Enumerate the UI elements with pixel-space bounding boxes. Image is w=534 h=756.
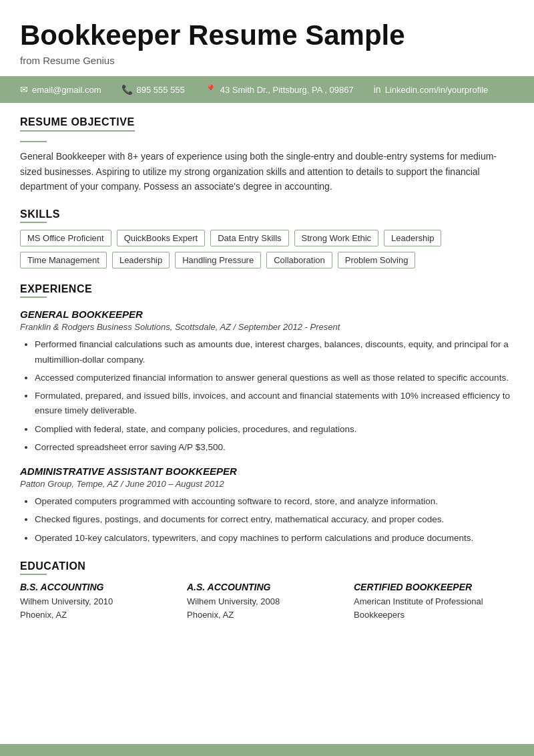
footer-bar — [0, 744, 534, 756]
job-details: Patton Group, Tempe, AZ / June 2010 – Au… — [20, 479, 514, 489]
page-wrapper: Bookkeeper Resume Sample from Resume Gen… — [0, 0, 534, 756]
phone-value: 895 555 555 — [137, 85, 185, 95]
linkedin-icon: in — [374, 84, 381, 95]
education-section: EDUCATION B.S. ACCOUNTINGWilhem Universi… — [20, 560, 514, 621]
skill-tag: MS Office Proficient — [20, 230, 111, 246]
skill-tag: QuickBooks Expert — [117, 230, 206, 246]
job-bullets: Operated computers programmed with accou… — [20, 494, 514, 546]
job-bullet: Operated computers programmed with accou… — [35, 494, 514, 509]
skills-title: SKILLS — [20, 208, 514, 220]
skills-section: SKILLS MS Office ProficientQuickBooks Ex… — [20, 208, 514, 268]
edu-item: CERTIFIED BOOKKEEPERAmerican Institute o… — [354, 582, 514, 621]
edu-detail: Wilhem University, 2008 — [187, 595, 347, 608]
education-grid: B.S. ACCOUNTINGWilhem University, 2010Ph… — [20, 582, 514, 621]
job-bullet: Checked figures, postings, and documents… — [35, 512, 514, 527]
edu-item: B.S. ACCOUNTINGWilhem University, 2010Ph… — [20, 582, 180, 621]
page-subtitle: from Resume Genius — [20, 55, 514, 66]
skill-tag: Time Management — [20, 252, 107, 268]
experience-divider — [20, 297, 47, 298]
edu-detail: Wilhem University, 2010 — [20, 595, 180, 608]
contact-linkedin: in Linkedin.com/in/yourprofile — [374, 84, 489, 95]
job-title: GENERAL BOOKKEEPER — [20, 309, 514, 320]
email-value: email@gmail.com — [32, 85, 101, 95]
experience-title: EXPERIENCE — [20, 283, 514, 295]
contact-address: 📍 43 Smith Dr., Pittsburg, PA , 09867 — [205, 84, 354, 95]
resume-body: RESUME OBJECTIVE General Bookkeeper with… — [0, 103, 534, 656]
job-item: GENERAL BOOKKEEPERFranklin & Rodgers Bus… — [20, 309, 514, 455]
page-title: Bookkeeper Resume Sample — [20, 20, 514, 51]
job-title: ADMINISTRATIVE ASSISTANT BOOKKEEPER — [20, 465, 514, 477]
page-header: Bookkeeper Resume Sample from Resume Gen… — [0, 0, 534, 76]
skill-tag: Leadership — [112, 252, 170, 268]
address-value: 43 Smith Dr., Pittsburg, PA , 09867 — [220, 85, 354, 95]
experience-section: EXPERIENCE GENERAL BOOKKEEPERFranklin & … — [20, 283, 514, 546]
skill-tag: Data Entry Skills — [210, 230, 288, 246]
skills-container: MS Office ProficientQuickBooks ExpertDat… — [20, 230, 514, 268]
email-icon: ✉ — [20, 84, 28, 95]
contact-bar: ✉ email@gmail.com 📞 895 555 555 📍 43 Smi… — [0, 76, 534, 103]
edu-detail: Phoenix, AZ — [187, 608, 347, 622]
phone-icon: 📞 — [121, 84, 133, 95]
linkedin-value: Linkedin.com/in/yourprofile — [385, 85, 489, 95]
objective-header: RESUME OBJECTIVE — [20, 116, 514, 136]
edu-detail: American Institute of Professional Bookk… — [354, 595, 514, 621]
job-details: Franklin & Rodgers Business Solutions, S… — [20, 322, 514, 332]
education-divider — [20, 574, 47, 575]
job-bullet: Complied with federal, state, and compan… — [35, 422, 514, 437]
jobs-container: GENERAL BOOKKEEPERFranklin & Rodgers Bus… — [20, 309, 514, 546]
job-bullet: Formulated, prepared, and issued bills, … — [35, 389, 514, 419]
objective-divider — [20, 141, 47, 142]
job-bullets: Performed financial calculations such as… — [20, 337, 514, 455]
skills-divider — [20, 222, 47, 223]
skill-tag: Strong Work Ethic — [294, 230, 379, 246]
job-bullet: Performed financial calculations such as… — [35, 337, 514, 367]
skill-tag: Handling Pressure — [175, 252, 261, 268]
edu-detail: Phoenix, AZ — [20, 608, 180, 622]
job-bullet: Accessed computerized financial informat… — [35, 371, 514, 385]
education-title: EDUCATION — [20, 560, 514, 572]
job-item: ADMINISTRATIVE ASSISTANT BOOKKEEPERPatto… — [20, 465, 514, 546]
skill-tag: Collaboration — [266, 252, 332, 268]
contact-email: ✉ email@gmail.com — [20, 84, 101, 95]
job-bullet: Corrected spreadsheet error saving A/P $… — [35, 440, 514, 455]
objective-text: General Bookkeeper with 8+ years of expe… — [20, 149, 514, 194]
contact-phone: 📞 895 555 555 — [121, 84, 185, 95]
edu-degree: A.S. ACCOUNTING — [187, 582, 347, 592]
job-bullet: Operated 10-key calculators, typewriters… — [35, 531, 514, 546]
skill-tag: Problem Solving — [338, 252, 416, 268]
objective-section: RESUME OBJECTIVE General Bookkeeper with… — [20, 116, 514, 194]
skill-tag: Leadership — [384, 230, 441, 246]
edu-item: A.S. ACCOUNTINGWilhem University, 2008Ph… — [187, 582, 347, 621]
objective-title: RESUME OBJECTIVE — [20, 116, 135, 132]
edu-degree: CERTIFIED BOOKKEEPER — [354, 582, 514, 592]
edu-degree: B.S. ACCOUNTING — [20, 582, 180, 592]
location-icon: 📍 — [205, 84, 216, 95]
